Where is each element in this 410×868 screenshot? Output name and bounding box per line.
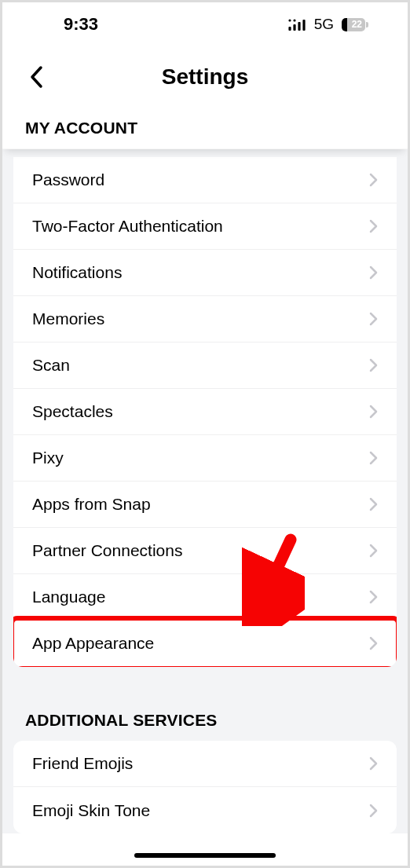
row-friend-emojis[interactable]: Friend Emojis [13,741,397,787]
svg-rect-4 [298,22,300,31]
chevron-right-icon [365,803,381,819]
chevron-right-icon [365,172,381,188]
header: Settings [2,46,408,108]
chevron-right-icon [365,404,381,419]
status-bar: 9:33 5G 22 [2,2,408,46]
chevron-right-icon [365,756,381,771]
row-label: Spectacles [32,402,365,421]
chevron-left-icon [29,65,45,89]
row-memories[interactable]: Memories [13,296,397,342]
chevron-right-icon [365,218,381,234]
chevron-right-icon [365,311,381,327]
list-my-account: Password Two-Factor Authentication Notif… [13,157,397,667]
chevron-right-icon [365,635,381,651]
row-label: Scan [32,356,365,375]
chevron-right-icon [365,265,381,280]
row-label: Partner Connections [32,541,365,560]
row-scan[interactable]: Scan [13,342,397,389]
svg-rect-3 [293,24,295,31]
battery-percent: 22 [342,18,362,31]
row-partner-connections[interactable]: Partner Connections [13,528,397,574]
chevron-right-icon [365,357,381,373]
row-label: Notifications [32,263,365,282]
home-indicator[interactable] [134,853,276,858]
row-password[interactable]: Password [13,157,397,203]
section-header-additional-services: ADDITIONAL SERVICES [13,711,397,741]
row-label: Apps from Snap [32,495,365,514]
svg-point-0 [288,19,291,21]
battery-icon: 22 [342,18,368,31]
row-pixy[interactable]: Pixy [13,435,397,482]
section-header-my-account: MY ACCOUNT [2,108,408,149]
network-label: 5G [314,16,334,33]
row-label: Two-Factor Authentication [32,217,365,236]
chevron-right-icon [365,543,381,559]
row-label: Language [32,588,365,606]
chevron-right-icon [365,450,381,466]
row-emoji-skin-tone[interactable]: Emoji Skin Tone [13,787,397,833]
svg-point-1 [293,19,295,21]
row-label: Emoji Skin Tone [32,801,365,820]
row-notifications[interactable]: Notifications [13,250,397,296]
back-button[interactable] [21,61,53,93]
status-time: 9:33 [64,14,98,35]
row-two-factor-authentication[interactable]: Two-Factor Authentication [13,203,397,250]
row-spectacles[interactable]: Spectacles [13,389,397,435]
row-apps-from-snap[interactable]: Apps from Snap [13,482,397,528]
row-label: Memories [32,309,365,328]
page-title: Settings [162,64,248,90]
list-additional-services: Friend Emojis Emoji Skin Tone [13,741,397,833]
row-label: Password [32,170,365,189]
chevron-right-icon [365,589,381,605]
status-indicators: 5G 22 [287,16,368,33]
row-label: App Appearance [32,634,365,653]
row-app-appearance[interactable]: App Appearance [13,621,397,667]
svg-rect-5 [302,20,305,31]
svg-rect-2 [288,27,291,31]
row-label: Pixy [32,449,365,467]
row-language[interactable]: Language [13,574,397,621]
signal-icon [287,18,308,31]
row-label: Friend Emojis [32,754,365,773]
chevron-right-icon [365,496,381,512]
